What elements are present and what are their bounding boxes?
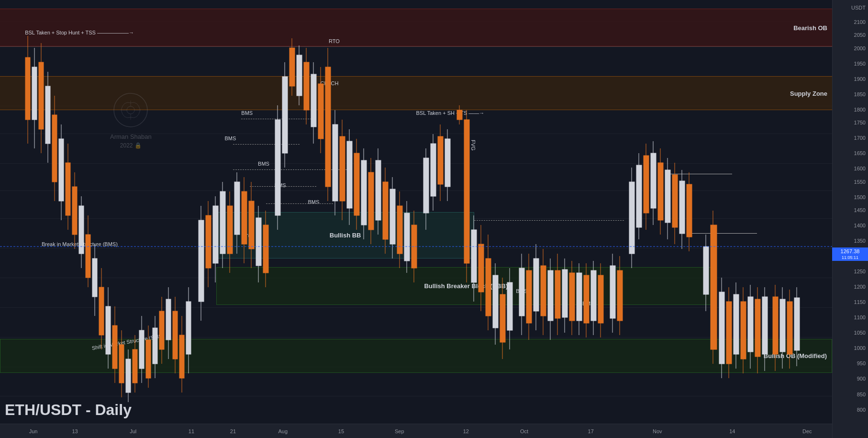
svg-rect-155 — [569, 273, 575, 321]
candlestick-chart: .bull { fill: #d1d4dc; stroke: #d1d4dc; … — [0, 0, 832, 424]
svg-rect-73 — [256, 218, 261, 266]
svg-rect-195 — [734, 294, 739, 354]
svg-rect-179 — [665, 170, 670, 223]
svg-rect-185 — [687, 184, 692, 237]
svg-rect-191 — [719, 292, 724, 364]
svg-rect-165 — [610, 266, 615, 318]
svg-rect-81 — [289, 48, 295, 86]
y-label-1150: 1150 — [854, 299, 866, 305]
svg-rect-209 — [787, 302, 792, 354]
svg-rect-177 — [658, 163, 663, 220]
x-label-jun: Jun — [29, 428, 38, 434]
svg-rect-193 — [726, 302, 732, 364]
svg-rect-149 — [548, 270, 553, 321]
x-label-11: 11 — [189, 428, 194, 434]
svg-rect-9 — [32, 67, 37, 120]
y-label-1450: 1450 — [854, 207, 866, 213]
svg-rect-39 — [133, 349, 137, 383]
svg-rect-175 — [651, 153, 656, 208]
svg-rect-63 — [220, 191, 225, 254]
svg-rect-205 — [773, 297, 778, 354]
svg-rect-31 — [106, 306, 111, 354]
svg-rect-7 — [25, 57, 30, 120]
svg-rect-203 — [762, 297, 768, 354]
y-label-1100: 1100 — [854, 314, 866, 320]
x-label-dec: Dec — [802, 428, 812, 434]
svg-rect-33 — [112, 326, 117, 369]
svg-rect-103 — [368, 172, 374, 230]
chart-bottom-title: ETH/USDT - Daily — [5, 401, 132, 419]
svg-rect-69 — [242, 191, 247, 244]
y-label-850: 850 — [857, 392, 866, 397]
svg-rect-153 — [562, 270, 568, 317]
svg-rect-187 — [703, 247, 709, 294]
svg-rect-47 — [159, 311, 164, 349]
svg-rect-25 — [86, 235, 90, 278]
svg-rect-87 — [311, 74, 316, 127]
svg-rect-75 — [263, 225, 268, 273]
svg-rect-101 — [361, 160, 367, 225]
svg-rect-127 — [464, 120, 469, 263]
svg-rect-21 — [72, 187, 77, 235]
y-axis: 2100 2050 2000 1950 1900 1850 1800 1750 … — [832, 0, 868, 438]
y-label-900: 900 — [857, 376, 866, 382]
svg-rect-43 — [146, 340, 151, 378]
svg-rect-41 — [139, 330, 144, 369]
x-label-aug: Aug — [278, 428, 288, 434]
x-label-21: 21 — [230, 428, 236, 434]
svg-rect-159 — [584, 275, 589, 323]
svg-rect-91 — [325, 67, 331, 187]
svg-rect-37 — [126, 359, 131, 393]
y-label-1950: 1950 — [854, 61, 866, 67]
svg-rect-53 — [179, 335, 184, 378]
svg-rect-55 — [186, 302, 191, 354]
yaxis-currency: USDT — [851, 5, 866, 11]
y-label-1650: 1650 — [854, 150, 866, 156]
x-label-14: 14 — [729, 428, 735, 434]
x-label-nov: Nov — [653, 428, 662, 434]
svg-rect-35 — [119, 345, 124, 383]
svg-rect-181 — [672, 175, 678, 227]
y-label-2050: 2050 — [854, 32, 866, 38]
y-label-1500: 1500 — [854, 194, 866, 200]
svg-rect-95 — [340, 136, 345, 201]
svg-rect-59 — [206, 215, 211, 268]
y-label-1550: 1550 — [854, 179, 866, 185]
svg-rect-169 — [629, 182, 634, 254]
y-label-2100: 2100 — [854, 19, 866, 25]
svg-rect-189 — [711, 225, 717, 349]
svg-rect-207 — [780, 299, 785, 352]
svg-rect-137 — [500, 294, 505, 342]
chart-area: Bearish OB Supply Zone Bullish BB Bullis… — [0, 0, 832, 424]
svg-rect-77 — [275, 120, 280, 215]
svg-rect-83 — [297, 55, 302, 96]
svg-rect-117 — [423, 158, 429, 213]
y-label-800: 800 — [857, 407, 866, 413]
y-label-1900: 1900 — [854, 76, 866, 82]
chart-container: Ethereum / TetherUS, 1D, BINANCE 2100 20… — [0, 0, 868, 438]
x-label-12: 12 — [463, 428, 469, 434]
x-label-oct: Oct — [520, 428, 528, 434]
svg-rect-125 — [457, 110, 462, 120]
svg-rect-147 — [541, 266, 546, 316]
y-label-1350: 1350 — [854, 238, 866, 244]
svg-rect-71 — [249, 201, 254, 249]
svg-rect-199 — [748, 297, 753, 352]
svg-rect-183 — [679, 181, 685, 234]
svg-rect-211 — [794, 298, 800, 350]
x-label-17: 17 — [588, 428, 594, 434]
svg-rect-11 — [39, 62, 44, 129]
svg-rect-163 — [598, 275, 603, 323]
y-label-1000: 1000 — [854, 345, 866, 351]
x-axis: Jun 13 Jul 11 21 Aug 15 Sep 12 Oct 17 No… — [0, 424, 832, 438]
svg-rect-29 — [99, 287, 104, 335]
svg-rect-167 — [617, 270, 623, 321]
svg-rect-97 — [347, 141, 352, 208]
svg-rect-157 — [577, 273, 582, 321]
svg-rect-113 — [404, 213, 410, 261]
svg-rect-151 — [555, 270, 560, 318]
svg-rect-49 — [166, 299, 171, 340]
svg-rect-135 — [493, 275, 498, 328]
svg-rect-197 — [741, 302, 746, 359]
x-label-13: 13 — [72, 428, 78, 434]
